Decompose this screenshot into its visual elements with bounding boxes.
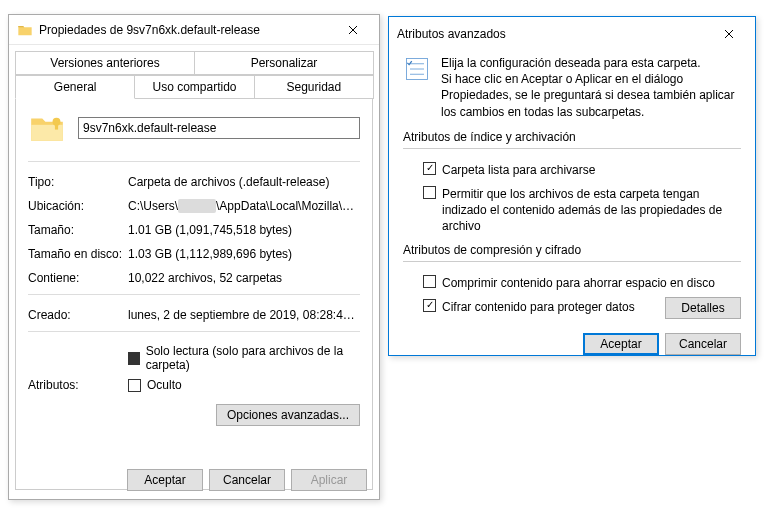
archive-label: Carpeta lista para archivarse (442, 162, 741, 178)
group-compress-label: Atributos de compresión y cifrado (403, 243, 741, 257)
archive-checkbox[interactable] (423, 162, 436, 175)
location-value: C:\Users\████\AppData\Local\Mozilla\Fire… (128, 199, 360, 213)
tab-general[interactable]: General (15, 75, 135, 99)
index-label: Permitir que los archivos de esta carpet… (442, 186, 741, 235)
folder-name-input[interactable] (78, 117, 360, 139)
created-value: lunes, 2 de septiembre de 2019, 08:28:49… (128, 308, 360, 322)
size-label: Tamaño: (28, 223, 128, 237)
tab-sharing[interactable]: Uso compartido (134, 75, 254, 99)
properties-buttons: Aceptar Cancelar Aplicar (127, 469, 367, 491)
size-on-disk-label: Tamaño en disco: (28, 247, 128, 261)
advanced-options-button[interactable]: Opciones avanzadas... (216, 404, 360, 426)
intro-text: Elija la configuración deseada para esta… (441, 55, 741, 120)
advanced-titlebar[interactable]: Atributos avanzados (389, 17, 755, 47)
advanced-attributes-dialog: Atributos avanzados Elija la configuraci… (388, 16, 756, 356)
details-button[interactable]: Detalles (665, 297, 741, 319)
advanced-title: Atributos avanzados (397, 27, 709, 41)
contains-value: 10,022 archivos, 52 carpetas (128, 271, 360, 285)
folder-properties-icon (17, 22, 33, 38)
location-label: Ubicación: (28, 199, 128, 213)
index-checkbox[interactable] (423, 186, 436, 199)
type-label: Tipo: (28, 175, 128, 189)
tab-panel-general: Tipo:Carpeta de archivos (.default-relea… (15, 98, 373, 490)
checklist-icon (403, 55, 431, 83)
properties-title: Propiedades de 9sv7n6xk.default-release (39, 23, 333, 37)
readonly-checkbox[interactable] (128, 352, 140, 365)
created-label: Creado: (28, 308, 128, 322)
advanced-buttons: Aceptar Cancelar (403, 333, 741, 355)
hidden-label: Oculto (147, 378, 182, 392)
properties-dialog: Propiedades de 9sv7n6xk.default-release … (8, 14, 380, 500)
close-button[interactable] (333, 20, 373, 40)
attributes-label: Atributos: (28, 378, 128, 392)
compress-label: Comprimir contenido para ahorrar espacio… (442, 275, 741, 291)
encrypt-checkbox[interactable] (423, 299, 436, 312)
tab-previous-versions[interactable]: Versiones anteriores (15, 51, 195, 75)
properties-titlebar[interactable]: Propiedades de 9sv7n6xk.default-release (9, 15, 379, 45)
tab-strip: Versiones anteriores Personalizar Genera… (9, 45, 379, 99)
tab-security[interactable]: Seguridad (254, 75, 374, 99)
readonly-label: Solo lectura (solo para archivos de la c… (146, 344, 360, 372)
type-value: Carpeta de archivos (.default-release) (128, 175, 360, 189)
cancel-button[interactable]: Cancelar (665, 333, 741, 355)
group-index-label: Atributos de índice y archivación (403, 130, 741, 144)
size-on-disk-value: 1.03 GB (1,112,989,696 bytes) (128, 247, 360, 261)
cancel-button[interactable]: Cancelar (209, 469, 285, 491)
compress-checkbox[interactable] (423, 275, 436, 288)
contains-label: Contiene: (28, 271, 128, 285)
svg-rect-1 (55, 125, 58, 130)
tab-customize[interactable]: Personalizar (194, 51, 374, 75)
apply-button[interactable]: Aplicar (291, 469, 367, 491)
close-button[interactable] (709, 24, 749, 44)
ok-button[interactable]: Aceptar (583, 333, 659, 355)
hidden-checkbox[interactable] (128, 379, 141, 392)
ok-button[interactable]: Aceptar (127, 469, 203, 491)
size-value: 1.01 GB (1,091,745,518 bytes) (128, 223, 360, 237)
svg-point-0 (53, 118, 61, 126)
folder-large-icon (28, 109, 66, 147)
